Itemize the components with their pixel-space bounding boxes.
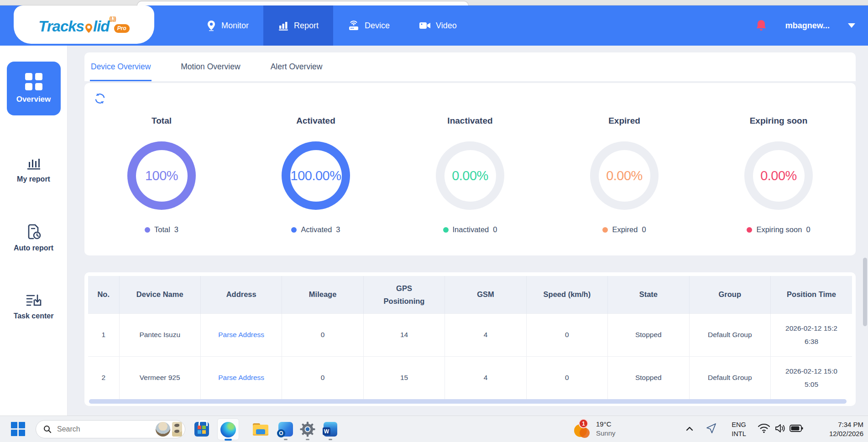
legend-count: 3 bbox=[336, 225, 340, 234]
cell-address: Parse Address bbox=[200, 313, 282, 356]
donut-percent: 100.00% bbox=[291, 168, 341, 183]
weather-widget[interactable]: 1 19°C Sunny bbox=[573, 420, 616, 438]
search-input[interactable] bbox=[57, 425, 156, 433]
edge-browser-icon[interactable] bbox=[220, 421, 236, 438]
legend-activated: Activated3 bbox=[291, 225, 340, 234]
cell-state: Stopped bbox=[608, 313, 689, 356]
legend-dot bbox=[602, 227, 608, 233]
browser-window-edge bbox=[0, 0, 868, 5]
taskbar-search[interactable] bbox=[36, 420, 185, 438]
sidebar-item-overview[interactable]: Overview bbox=[7, 62, 61, 115]
battery-icon[interactable] bbox=[790, 424, 803, 432]
parse-address-link[interactable]: Parse Address bbox=[218, 374, 264, 381]
legend-total: Total3 bbox=[145, 225, 178, 234]
table-header-row: No. Device Name Address Mileage GPS Posi… bbox=[88, 276, 852, 313]
weather-temperature: 19°C bbox=[596, 420, 616, 429]
edge-running-indicator bbox=[225, 439, 232, 441]
card-title: Activated bbox=[296, 116, 335, 126]
device-overview-panel: Total 100% Total3 Activated 100.00% Acti… bbox=[84, 83, 856, 255]
donut-percent: 0.00% bbox=[606, 168, 643, 183]
cell-mileage: 0 bbox=[282, 313, 363, 356]
tab-device-overview[interactable]: Device Overview bbox=[90, 52, 152, 81]
word-icon[interactable] bbox=[322, 421, 339, 437]
parse-address-link[interactable]: Parse Address bbox=[218, 331, 264, 338]
col-device-name: Device Name bbox=[119, 276, 200, 313]
legend-dot bbox=[291, 227, 297, 233]
tab-alert-overview[interactable]: Alert Overview bbox=[270, 52, 324, 81]
legend-label: Expiring soon bbox=[756, 225, 802, 234]
legend-expired: Expired0 bbox=[602, 225, 646, 234]
settings-gear-icon[interactable] bbox=[299, 421, 316, 437]
col-gsm: GSM bbox=[445, 276, 526, 313]
legend-dot bbox=[443, 227, 449, 233]
vertical-scrollbar[interactable] bbox=[863, 258, 867, 326]
cell-position-time: 2026-02-12 15:26:38 bbox=[771, 313, 852, 356]
wifi-icon[interactable] bbox=[758, 423, 770, 434]
task-list-download-icon bbox=[25, 292, 42, 308]
donut-inactivated: 0.00% bbox=[436, 141, 504, 210]
location-sharing-icon[interactable] bbox=[705, 422, 717, 434]
cell-mileage: 0 bbox=[282, 356, 363, 399]
sidebar-item-task-center[interactable]: Task center bbox=[14, 292, 54, 320]
logo-pro-badge: Pro bbox=[114, 24, 130, 33]
clock-time: 7:34 PM bbox=[809, 420, 863, 429]
settings-running-indicator bbox=[306, 439, 309, 440]
card-title: Inactivated bbox=[447, 116, 492, 126]
donut-expiring-soon: 0.00% bbox=[744, 141, 813, 210]
microsoft-store-icon[interactable] bbox=[193, 421, 210, 437]
card-expired: Expired 0.00% Expired0 bbox=[547, 116, 701, 234]
nav-item-report[interactable]: Report bbox=[263, 5, 333, 46]
donut-activated: 100.00% bbox=[282, 141, 350, 210]
legend-label: Inactivated bbox=[453, 225, 489, 234]
nav-item-video[interactable]: Video bbox=[404, 5, 471, 46]
col-group: Group bbox=[689, 276, 770, 313]
file-explorer-icon[interactable] bbox=[252, 421, 269, 437]
cell-no: 1 bbox=[88, 313, 119, 356]
table-row: 1 Pantec Isuzu Parse Address 0 14 4 0 St… bbox=[88, 313, 852, 356]
cell-gps: 15 bbox=[363, 356, 444, 399]
tab-motion-overview[interactable]: Motion Overview bbox=[180, 52, 241, 81]
language-line1: ENG bbox=[728, 420, 749, 429]
legend-count: 0 bbox=[642, 225, 646, 234]
legend-count: 3 bbox=[174, 225, 178, 234]
taskbar-clock[interactable]: 7:34 PM 12/02/2026 bbox=[809, 420, 863, 438]
donut-percent: 100% bbox=[145, 168, 178, 183]
app-header: Tracks lid ((,)) Pro Monitor Report Devi… bbox=[0, 5, 868, 46]
volume-icon[interactable] bbox=[774, 423, 786, 434]
horizontal-scrollbar[interactable] bbox=[89, 399, 847, 404]
col-gps-positioning: GPS Positioning bbox=[363, 276, 444, 313]
sidebar-item-auto-report[interactable]: Auto report bbox=[14, 224, 53, 252]
cell-group: Default Group bbox=[689, 313, 770, 356]
cell-gps: 14 bbox=[363, 313, 444, 356]
card-expiring-soon: Expiring soon 0.00% Expiring soon0 bbox=[701, 116, 856, 234]
cell-gsm: 4 bbox=[445, 313, 526, 356]
donut-total: 100% bbox=[127, 141, 196, 210]
start-button[interactable] bbox=[11, 422, 26, 437]
nav-label: Device bbox=[365, 21, 390, 31]
tray-chevron-up-icon[interactable] bbox=[685, 424, 695, 434]
chevron-down-icon[interactable] bbox=[848, 23, 855, 28]
report-tabs: Device Overview Motion Overview Alert Ov… bbox=[84, 52, 856, 81]
logo[interactable]: Tracks lid ((,)) Pro bbox=[14, 5, 154, 44]
search-highlight-birds-image[interactable] bbox=[172, 422, 182, 437]
search-highlight-portrait-image[interactable] bbox=[156, 422, 170, 437]
language-indicator[interactable]: ENG INTL bbox=[728, 420, 749, 438]
legend-count: 0 bbox=[493, 225, 497, 234]
refresh-icon[interactable] bbox=[94, 92, 106, 105]
sidebar: Overview My report Auto report Task cent… bbox=[0, 46, 68, 416]
legend-label: Expired bbox=[612, 225, 638, 234]
sidebar-item-label: My report bbox=[17, 175, 50, 183]
sidebar-item-my-report[interactable]: My report bbox=[17, 156, 50, 183]
table-row: 2 Vermeer 925 Parse Address 0 15 4 0 Sto… bbox=[88, 356, 852, 399]
logo-text-2: lid bbox=[93, 19, 110, 34]
bar-chart-icon bbox=[278, 20, 289, 31]
user-menu[interactable]: mbagnew... bbox=[785, 21, 830, 31]
sunny-weather-icon: 1 bbox=[573, 420, 591, 438]
nav-label: Report bbox=[294, 21, 319, 31]
report-chart-icon bbox=[26, 156, 42, 171]
nav-item-monitor[interactable]: Monitor bbox=[192, 5, 263, 46]
donut-percent: 0.00% bbox=[452, 168, 488, 183]
nav-item-device[interactable]: Device bbox=[333, 5, 404, 46]
outlook-icon[interactable] bbox=[277, 421, 294, 437]
notification-bell-icon[interactable] bbox=[755, 19, 767, 32]
